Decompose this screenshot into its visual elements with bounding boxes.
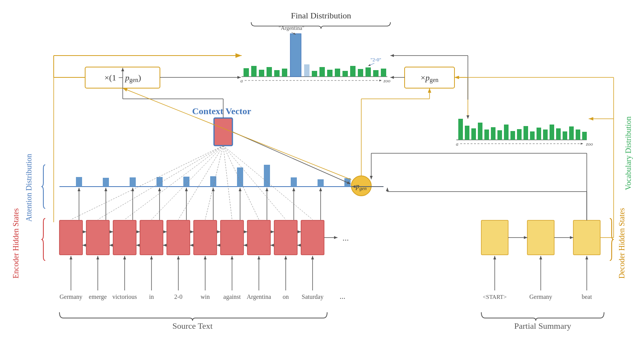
svg-rect-27 <box>365 67 371 77</box>
svg-rect-18 <box>282 69 287 77</box>
svg-rect-62 <box>103 178 109 187</box>
encoder-hidden-states-label: Encoder Hidden States <box>12 208 20 278</box>
svg-rect-47 <box>537 128 541 140</box>
svg-rect-36 <box>465 126 469 140</box>
attention-distribution-label: Attention Distribution <box>25 154 33 221</box>
word-argentina: Argentina <box>247 293 271 300</box>
svg-rect-49 <box>550 125 554 140</box>
svg-line-121 <box>125 146 223 220</box>
word-on: on <box>283 293 289 300</box>
svg-rect-17 <box>274 70 280 77</box>
svg-rect-51 <box>563 131 567 140</box>
two-zero-callout: "2-0" <box>370 57 381 62</box>
diagram-container: Final Distribution a zoo "Argentina" "2-… <box>0 0 642 364</box>
word-ellipsis: ... <box>340 292 346 300</box>
word-against: against <box>223 293 241 300</box>
svg-line-129 <box>232 132 351 184</box>
svg-rect-53 <box>576 130 580 140</box>
svg-rect-70 <box>318 179 324 187</box>
svg-rect-41 <box>497 130 502 140</box>
svg-rect-25 <box>350 66 356 77</box>
svg-rect-52 <box>569 126 574 140</box>
svg-rect-79 <box>247 220 270 255</box>
main-diagram-svg: Final Distribution a zoo "Argentina" "2-… <box>0 0 642 364</box>
svg-rect-29 <box>381 69 386 77</box>
svg-rect-72 <box>59 220 82 255</box>
argentina-callout: "Argentina" <box>278 25 304 31</box>
partial-summary-label: Partial Summary <box>514 321 571 331</box>
svg-rect-37 <box>471 128 476 140</box>
svg-rect-73 <box>86 220 109 255</box>
context-vector-label: Context Vector <box>192 106 251 116</box>
vocabulary-distribution-label: Vocabulary Distribution <box>624 116 633 190</box>
svg-rect-74 <box>113 220 136 255</box>
svg-rect-80 <box>274 220 297 255</box>
svg-rect-63 <box>130 177 136 187</box>
svg-rect-19 <box>304 64 309 77</box>
ellipsis-encoder: ... <box>342 233 349 243</box>
final-dist-a-label: a <box>240 78 243 84</box>
svg-rect-40 <box>491 127 495 140</box>
svg-rect-26 <box>358 69 363 77</box>
svg-line-32 <box>368 63 374 66</box>
final-dist-zoo-label: zoo <box>383 78 391 84</box>
svg-rect-16 <box>267 67 272 77</box>
svg-rect-64 <box>156 177 163 187</box>
svg-rect-44 <box>517 129 522 140</box>
svg-rect-54 <box>582 132 587 140</box>
word-win: win <box>201 293 210 300</box>
svg-rect-76 <box>167 220 190 255</box>
svg-rect-61 <box>76 177 82 187</box>
svg-rect-13 <box>244 68 249 77</box>
word-in: in <box>149 293 154 300</box>
svg-rect-28 <box>373 70 379 77</box>
decoder-hidden-states-label: Decoder Hidden States <box>617 208 626 279</box>
svg-rect-35 <box>458 119 463 140</box>
svg-rect-67 <box>237 167 243 187</box>
svg-rect-43 <box>510 131 515 140</box>
source-text-label: Source Text <box>173 321 213 331</box>
svg-rect-48 <box>543 130 548 140</box>
svg-line-120 <box>98 146 223 220</box>
svg-rect-14 <box>251 66 257 77</box>
word-germany: Germany <box>59 293 82 300</box>
svg-rect-50 <box>556 128 561 140</box>
decoder-word-start: <START> <box>483 294 507 300</box>
svg-rect-81 <box>301 220 324 255</box>
decoder-word-beat: beat <box>582 293 592 300</box>
vocab-dist-a-label: a <box>456 141 459 147</box>
svg-line-127 <box>223 146 286 220</box>
svg-line-125 <box>223 146 232 220</box>
vocab-dist-zoo-label: zoo <box>586 141 593 147</box>
svg-rect-39 <box>484 130 489 140</box>
word-saturday: Saturday <box>302 293 324 300</box>
svg-rect-46 <box>530 131 535 140</box>
svg-rect-42 <box>504 125 509 140</box>
word-emerge: emerge <box>89 293 107 300</box>
svg-rect-111 <box>481 220 508 255</box>
svg-rect-112 <box>527 220 554 255</box>
svg-line-152 <box>123 88 351 180</box>
decoder-word-germany: Germany <box>529 293 552 300</box>
svg-line-126 <box>223 146 259 220</box>
svg-line-119 <box>71 146 223 220</box>
svg-rect-65 <box>183 177 189 187</box>
svg-rect-45 <box>523 126 528 140</box>
svg-rect-69 <box>291 177 297 187</box>
svg-rect-22 <box>327 70 333 77</box>
svg-rect-77 <box>194 220 217 255</box>
svg-rect-75 <box>140 220 163 255</box>
svg-rect-38 <box>478 123 482 140</box>
svg-rect-23 <box>335 69 340 77</box>
svg-line-124 <box>205 146 223 220</box>
svg-rect-78 <box>221 220 244 255</box>
final-distribution-label: Final Distribution <box>291 11 351 20</box>
word-2-0: 2-0 <box>174 293 182 300</box>
svg-rect-20 <box>312 71 317 77</box>
svg-rect-21 <box>319 67 325 77</box>
svg-rect-12 <box>290 34 301 77</box>
svg-rect-113 <box>573 220 600 255</box>
svg-rect-58 <box>214 118 232 146</box>
word-victorious: victorious <box>112 293 137 300</box>
svg-rect-24 <box>342 71 348 77</box>
